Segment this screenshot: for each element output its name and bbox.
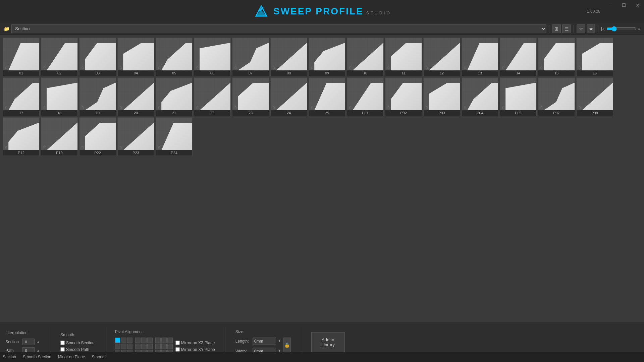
gallery-item-07[interactable]: ☆07	[232, 38, 269, 76]
length-spin[interactable]: ⬆	[278, 339, 281, 343]
length-input[interactable]	[253, 338, 276, 345]
favorite-star[interactable]: ☆	[157, 145, 161, 149]
gallery-item-p01[interactable]: ☆P01	[347, 77, 384, 116]
favorite-star[interactable]: ☆	[43, 145, 46, 149]
pivot-dot-14[interactable]	[141, 344, 147, 349]
favorite-star[interactable]: ☆	[81, 105, 85, 110]
star-button[interactable]: ☆	[577, 24, 585, 33]
favorite-star[interactable]: ☆	[387, 105, 390, 110]
favorite-star[interactable]: ☆	[196, 65, 199, 70]
gallery-item-p12[interactable]: ☆P12	[3, 117, 40, 156]
favorite-star[interactable]: ☆	[234, 105, 237, 110]
pivot-dot-11[interactable]	[141, 338, 147, 343]
smooth-section-checkbox[interactable]	[60, 341, 65, 345]
mirror-xz-label[interactable]: Mirror on XZ Plane	[175, 341, 215, 345]
favorite-star[interactable]: ☆	[310, 65, 314, 70]
gallery-item-15[interactable]: ☆15	[538, 38, 575, 76]
pivot-dot-5[interactable]	[121, 344, 126, 349]
gallery-item-10[interactable]: ☆10	[347, 38, 384, 76]
gallery-item-22[interactable]: ☆22	[194, 77, 231, 116]
minimize-button[interactable]: −	[604, 0, 617, 10]
favorite-star[interactable]: ☆	[425, 105, 429, 110]
gallery-item-14[interactable]: ☆14	[500, 38, 537, 76]
star-filled-button[interactable]: ★	[587, 24, 595, 33]
gallery-item-11[interactable]: ☆11	[385, 38, 422, 76]
pivot-dot-22[interactable]	[155, 344, 161, 349]
favorite-star[interactable]: ☆	[119, 105, 123, 110]
gallery-item-01[interactable]: ☆01	[3, 38, 40, 76]
favorite-star[interactable]: ☆	[348, 65, 352, 70]
favorite-star[interactable]: ☆	[310, 105, 314, 110]
favorite-star[interactable]: ☆	[272, 65, 276, 70]
gallery-item-06[interactable]: ☆06	[194, 38, 231, 76]
favorite-star[interactable]: ☆	[425, 65, 429, 70]
pivot-dot-12[interactable]	[147, 338, 153, 343]
favorite-star[interactable]: ☆	[4, 65, 8, 70]
gallery-item-17[interactable]: ☆17	[3, 77, 40, 116]
size-slider[interactable]	[606, 26, 637, 32]
gallery-item-12[interactable]: ☆12	[423, 38, 460, 76]
pivot-dot-15[interactable]	[147, 344, 153, 349]
pivot-dot-2[interactable]	[121, 338, 126, 343]
favorite-star[interactable]: ☆	[540, 105, 543, 110]
close-button[interactable]: ✕	[631, 0, 644, 10]
mirror-xz-checkbox[interactable]	[175, 341, 180, 345]
favorite-star[interactable]: ☆	[234, 65, 237, 70]
mirror-xy-label[interactable]: Mirror on XY Plane	[175, 347, 215, 352]
gallery-item-02[interactable]: ☆02	[41, 38, 78, 76]
gallery-item-p24[interactable]: ☆P24	[156, 117, 193, 156]
gallery-item-p04[interactable]: ☆P04	[462, 77, 498, 116]
gallery-item-p19[interactable]: ☆P19	[41, 117, 78, 156]
gallery-item-p08[interactable]: ☆P08	[576, 77, 613, 116]
gallery-item-04[interactable]: ☆04	[117, 38, 154, 76]
favorite-star[interactable]: ☆	[43, 65, 46, 70]
gallery-item-23[interactable]: ☆23	[232, 77, 269, 116]
pivot-dot-19[interactable]	[155, 338, 161, 343]
add-library-button[interactable]: Add to Library	[311, 332, 345, 352]
pivot-dot-1[interactable]	[115, 338, 120, 343]
gallery-item-p03[interactable]: ☆P03	[423, 77, 460, 116]
favorite-star[interactable]: ☆	[81, 145, 85, 149]
grid-button-2[interactable]: ☰	[562, 24, 571, 33]
gallery-item-p02[interactable]: ☆P02	[385, 77, 422, 116]
smooth-path-label[interactable]: Smooth Path	[60, 347, 89, 352]
favorite-star[interactable]: ☆	[463, 65, 467, 70]
favorite-star[interactable]: ☆	[119, 65, 123, 70]
favorite-star[interactable]: ☆	[578, 65, 582, 70]
gallery-item-20[interactable]: ☆20	[117, 77, 154, 116]
file-icon[interactable]: 📁	[3, 25, 10, 33]
pivot-dot-21[interactable]	[167, 338, 173, 343]
pivot-dot-4[interactable]	[115, 344, 120, 349]
favorite-star[interactable]: ☆	[463, 105, 467, 110]
gallery-item-05[interactable]: ☆05	[156, 38, 193, 76]
gallery-item-19[interactable]: ☆19	[79, 77, 116, 116]
gallery-item-09[interactable]: ☆09	[309, 38, 345, 76]
favorite-star[interactable]: ☆	[4, 105, 8, 110]
section-dropdown[interactable]: Section Smooth Section Minor on Plane	[11, 24, 546, 33]
gallery-item-p22[interactable]: ☆P22	[79, 117, 116, 156]
favorite-star[interactable]: ☆	[501, 105, 505, 110]
section-input[interactable]	[22, 339, 35, 345]
gallery-item-03[interactable]: ☆03	[79, 38, 116, 76]
grid-button-1[interactable]: ⊞	[552, 24, 561, 33]
pivot-dot-24[interactable]	[167, 344, 173, 349]
pivot-dot-20[interactable]	[161, 338, 167, 343]
favorite-star[interactable]: ☆	[81, 65, 85, 70]
gallery-item-08[interactable]: ☆08	[270, 38, 307, 76]
favorite-star[interactable]: ☆	[196, 105, 199, 110]
pivot-dot-13[interactable]	[135, 344, 141, 349]
favorite-star[interactable]: ☆	[157, 65, 161, 70]
pivot-dot-6[interactable]	[127, 344, 132, 349]
gallery-item-p23[interactable]: ☆P23	[117, 117, 154, 156]
favorite-star[interactable]: ☆	[157, 105, 161, 110]
favorite-star[interactable]: ☆	[540, 65, 543, 70]
favorite-star[interactable]: ☆	[4, 145, 8, 149]
favorite-star[interactable]: ☆	[119, 145, 123, 149]
mirror-xy-checkbox[interactable]	[175, 347, 180, 352]
favorite-star[interactable]: ☆	[272, 105, 276, 110]
favorite-star[interactable]: ☆	[387, 65, 390, 70]
gallery-item-21[interactable]: ☆21	[156, 77, 193, 116]
lock-button[interactable]: 🔒	[283, 338, 291, 352]
favorite-star[interactable]: ☆	[348, 105, 352, 110]
pivot-dot-10[interactable]	[135, 338, 141, 343]
